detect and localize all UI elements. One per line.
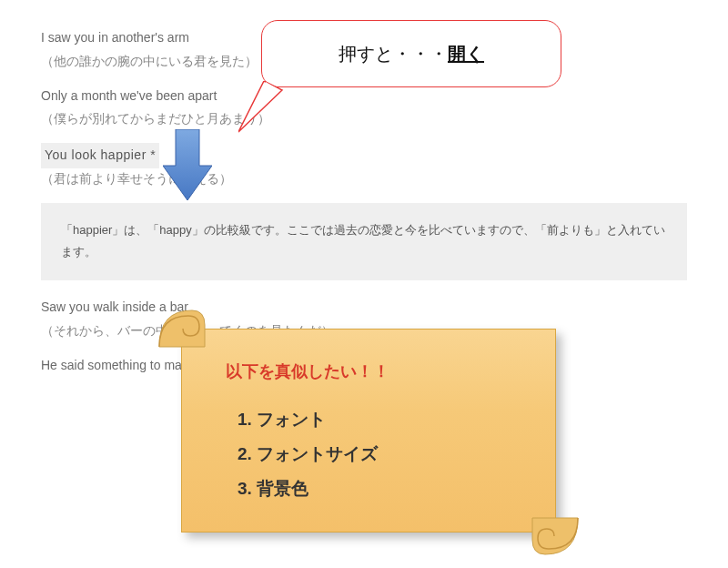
scroll-item: フォントサイズ [257, 442, 519, 466]
callout-bubble: 押すと・・・ 開く [261, 20, 561, 87]
lyric-ja: （僕らが別れてからまだひと月あまり） [41, 108, 687, 130]
scroll-curl-icon [531, 512, 581, 563]
scroll-note: 以下を真似したい！！ フォント フォントサイズ 背景色 [159, 305, 578, 560]
scroll-body: 以下を真似したい！！ フォント フォントサイズ 背景色 [181, 329, 556, 532]
highlight-line[interactable]: You look happier * [41, 143, 687, 168]
scroll-item: 背景色 [257, 477, 519, 501]
scroll-curl-icon [156, 301, 207, 352]
scroll-list: フォント フォントサイズ 背景色 [226, 408, 519, 501]
scroll-title: 以下を真似したい！！ [226, 360, 519, 382]
highlight-text: You look happier * [41, 143, 159, 168]
scroll-item: フォント [257, 408, 519, 431]
note-box: 「happier」は、「happy」の比較級です。ここでは過去の恋愛と今を比べて… [41, 203, 687, 280]
lyric-ja: （君は前より幸せそうに見える） [41, 168, 687, 190]
down-arrow-icon [163, 129, 212, 204]
svg-marker-2 [163, 129, 212, 200]
callout-strong: 開く [448, 42, 484, 66]
callout-text: 押すと・・・ [339, 42, 448, 66]
lyric-en: Only a month we've been apart [41, 86, 687, 107]
